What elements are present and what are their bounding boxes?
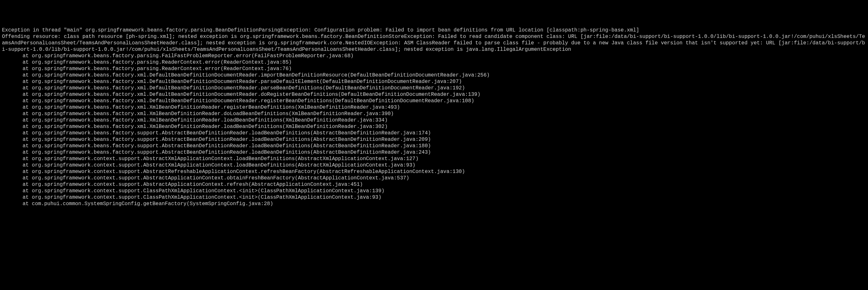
stack-trace-line: at org.springframework.beans.factory.xml… <box>2 78 866 85</box>
stack-trace-line: at org.springframework.beans.factory.par… <box>2 59 866 66</box>
stack-trace-line: at org.springframework.beans.factory.sup… <box>2 130 866 136</box>
stack-trace-line: at org.springframework.context.support.C… <box>2 194 866 201</box>
stack-trace-line: at org.springframework.context.support.A… <box>2 175 866 181</box>
stack-trace-line: at org.springframework.beans.factory.sup… <box>2 136 866 143</box>
stack-trace-line: at org.springframework.context.support.A… <box>2 169 866 175</box>
stack-trace-line: at org.springframework.context.support.C… <box>2 188 866 194</box>
stack-trace-line: at org.springframework.beans.factory.xml… <box>2 111 866 117</box>
stack-trace-line: at org.springframework.beans.factory.xml… <box>2 72 866 78</box>
terminal-output[interactable]: Exception in thread "main" org.springfra… <box>2 27 866 207</box>
stack-trace-line: at org.springframework.context.support.A… <box>2 156 866 162</box>
exception-message-line: Exception in thread "main" org.springfra… <box>2 27 866 33</box>
stack-trace-line: at org.springframework.beans.factory.par… <box>2 66 866 72</box>
stack-trace-line: at org.springframework.beans.factory.xml… <box>2 104 866 111</box>
stack-trace-line: at org.springframework.beans.factory.xml… <box>2 98 866 104</box>
stack-trace-line: at org.springframework.beans.factory.sup… <box>2 143 866 149</box>
stack-trace-line: at org.springframework.beans.factory.xml… <box>2 91 866 98</box>
stack-trace-line: at org.springframework.context.support.A… <box>2 181 866 188</box>
stack-trace-line: at org.springframework.beans.factory.xml… <box>2 85 866 91</box>
exception-message-line: Offending resource: class path resource … <box>2 33 866 53</box>
stack-trace-line: at org.springframework.beans.factory.par… <box>2 53 866 59</box>
stack-trace-line: at com.puhui.common.SystemSpringConfig.g… <box>2 201 866 207</box>
stack-trace-line: at org.springframework.context.support.A… <box>2 162 866 169</box>
stack-trace-line: at org.springframework.beans.factory.xml… <box>2 123 866 130</box>
stack-trace-line: at org.springframework.beans.factory.sup… <box>2 149 866 156</box>
stack-trace-line: at org.springframework.beans.factory.xml… <box>2 117 866 123</box>
